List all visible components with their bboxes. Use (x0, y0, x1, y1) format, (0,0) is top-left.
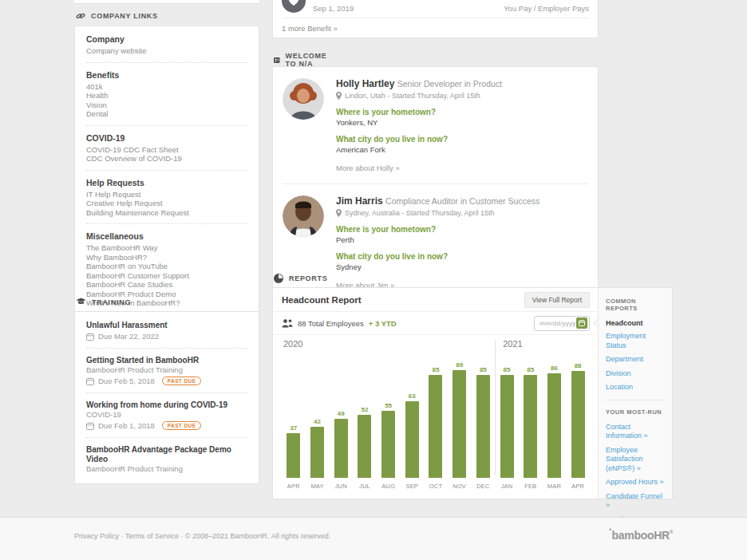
bar[interactable] (381, 411, 395, 478)
welcome-card: Holly Hartley Senior Developer in Produc… (272, 66, 599, 306)
registered-mark: ® (670, 530, 673, 534)
link-item[interactable]: CDC Overview of COVID-19 (86, 154, 247, 164)
bar[interactable] (524, 375, 537, 478)
report-link[interactable]: Approved Hours » (606, 478, 665, 487)
report-link[interactable]: Location (606, 383, 665, 392)
question: What city do you live in now? (336, 135, 502, 144)
group-title: Help Requests (86, 178, 247, 188)
link-item[interactable]: Creative Help Request (86, 199, 247, 208)
question: Where is your hometown? (336, 108, 502, 116)
training-item-title[interactable]: BambooHR Advantage Package Demo Video (86, 445, 247, 464)
due-date: Due Feb 1, 2018 (98, 421, 155, 430)
employee-location: Lindon, Utah - Started Thursday, April 1… (345, 92, 480, 100)
year-label-2020: 2020 (283, 339, 302, 349)
divider (86, 348, 247, 349)
employee-name[interactable]: Jim Harris (336, 195, 383, 207)
report-link-active[interactable]: Headcount (606, 319, 665, 327)
link-item[interactable]: Health (86, 91, 247, 101)
more-about-link[interactable]: More about Holly » (336, 164, 502, 172)
bar[interactable] (453, 370, 466, 478)
link-item[interactable]: BambooHR Customer Support (86, 271, 247, 281)
training-item-title[interactable]: Getting Started in BambooHR (86, 356, 247, 365)
x-tick-label: APR (571, 483, 584, 490)
employee-name[interactable]: Holly Hartley (336, 78, 394, 89)
more-benefits-link[interactable]: 1 more Benefit » (282, 24, 338, 33)
divider (86, 62, 247, 63)
training-item-title[interactable]: Working from home during COVID-19 (86, 400, 247, 410)
training-due-row: Due Feb 1, 2018 PAST DUE (86, 421, 247, 430)
dashboard-page: COMPANY LINKS Company Company website Be… (0, 0, 747, 560)
employee-role: Senior Developer in Product (397, 79, 502, 89)
link-item[interactable]: BambooHR Case Studies (86, 280, 247, 290)
link-item[interactable]: COVID-19 CDC Fact Sheet (86, 145, 247, 155)
bar[interactable] (405, 401, 419, 478)
report-link[interactable]: Contact Information » (606, 423, 665, 441)
bar[interactable] (571, 371, 585, 478)
links-group: Company Company website (86, 34, 247, 56)
report-link[interactable]: Department (606, 355, 665, 365)
link-item[interactable]: Building Maintenance Request (86, 208, 247, 218)
training-item: Getting Started in BambooHR BambooHR Pro… (86, 356, 247, 385)
x-tick-label: JAN (501, 483, 513, 490)
x-tick-label: DEC (476, 483, 489, 490)
terms-of-service-link[interactable]: Terms of Service (125, 532, 179, 540)
chart-bar-slot-mar-11: 86MAR (543, 356, 567, 490)
group-title: COVID-19 (86, 133, 247, 144)
bar[interactable] (429, 375, 442, 478)
report-link[interactable]: Candidate Funnel » (606, 492, 665, 511)
headcount-report-card: Headcount Report View Full Report 88 Tot… (272, 287, 673, 499)
link-item[interactable]: Dental (86, 109, 247, 119)
bar[interactable] (547, 373, 561, 478)
report-link[interactable]: Employment Status (606, 332, 665, 350)
link-item[interactable]: Why BambooHR? (86, 253, 247, 262)
report-link[interactable]: Division (606, 369, 665, 379)
training-item: BambooHR Advantage Package Demo Video Ba… (86, 445, 247, 474)
group-title: Company (86, 34, 247, 45)
chart-bar-slot-dec-8: 85DEC (472, 356, 496, 490)
privacy-policy-link[interactable]: Privacy Policy (74, 532, 119, 540)
link-item[interactable]: BambooHR on YouTube (86, 262, 247, 271)
chart-bar-slot-apr-0: 37APR (282, 356, 306, 490)
training-item-title[interactable]: Unlawful Harassment (86, 321, 247, 330)
reports-sidebar: COMMON REPORTS Headcount Employment Stat… (598, 288, 672, 499)
calendar-button[interactable] (576, 317, 587, 329)
employee-role: Compliance Auditor in Customer Success (385, 196, 540, 206)
divider (282, 18, 589, 18)
bar[interactable] (310, 427, 324, 478)
bar[interactable] (476, 375, 490, 478)
divider (86, 437, 247, 438)
chart-bar-slot-sep-5: 63SEP (400, 356, 424, 490)
chart-bar-slot-aug-4: 55AUG (377, 356, 401, 490)
bar[interactable] (358, 415, 371, 478)
bar-value-label: 89 (456, 361, 463, 369)
training-item: Working from home during COVID-19 COVID-… (86, 400, 247, 430)
date-input[interactable] (540, 320, 576, 327)
report-link[interactable]: Employee Satisfaction (eNPS®) » (606, 446, 665, 474)
reports-title: REPORTS (289, 274, 327, 282)
chart-bar-slot-jan-9: 85JAN (495, 356, 519, 490)
location-pin-icon (336, 209, 342, 217)
link-item[interactable]: The BambooHR Way (86, 243, 247, 253)
date-field (534, 316, 590, 331)
footer: Privacy Policy · Terms of Service · © 20… (0, 517, 747, 560)
bar[interactable] (287, 433, 300, 478)
welcome-icon (274, 56, 280, 65)
year-divider (495, 340, 496, 475)
bar[interactable] (500, 375, 514, 478)
bar[interactable] (334, 419, 348, 478)
view-full-report-button[interactable]: View Full Report (524, 292, 590, 308)
location-pin-icon (336, 92, 342, 100)
bar-value-label: 85 (480, 366, 487, 373)
link-item[interactable]: Vision (86, 101, 247, 110)
ytd-label: + 3 YTD (369, 319, 397, 328)
bar-value-label: 52 (361, 406, 368, 413)
x-tick-label: SEP (405, 483, 418, 490)
link-item[interactable]: Company website (86, 46, 247, 56)
answer: Perth (336, 235, 540, 244)
welcome-header: WELCOME TO N/A (274, 52, 330, 68)
link-item[interactable]: 401k (86, 82, 247, 92)
footer-links: Privacy Policy · Terms of Service · © 20… (74, 532, 330, 540)
reports-header: REPORTS (274, 274, 327, 283)
bar-value-label: 85 (504, 366, 511, 373)
link-item[interactable]: IT Help Request (86, 190, 247, 199)
